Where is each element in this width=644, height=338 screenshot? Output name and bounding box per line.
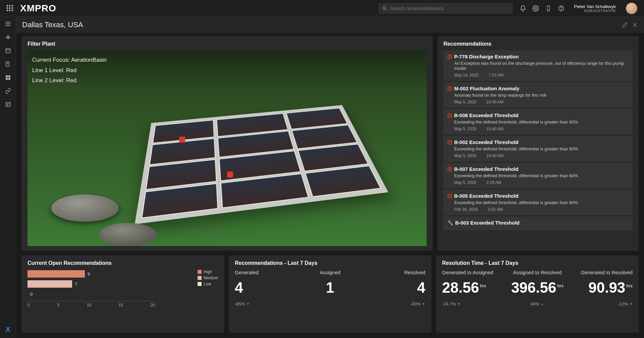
wrench-icon: 🔧	[447, 220, 453, 226]
error-icon: ✕	[447, 140, 452, 145]
recs-last7-title: Recommendations - Last 7 Days	[235, 260, 425, 266]
open-recs-chart: 970 05101520 HighMediumLow	[28, 270, 218, 317]
chart-legend: HighMediumLow	[198, 270, 218, 288]
bar-row: 9	[28, 270, 218, 278]
brand-logo: XMPRO	[20, 3, 56, 14]
add-icon[interactable]	[4, 34, 12, 41]
legend-item: Low	[198, 282, 218, 286]
sidebar: X	[0, 17, 16, 338]
mobile-icon[interactable]	[545, 5, 552, 12]
link-icon[interactable]	[4, 87, 12, 95]
rec-desc: An Exception was found on the discharge …	[454, 61, 629, 71]
recommendations-panel: Recommendations ✕P-778 Discharge Excepti…	[437, 36, 639, 251]
rec-title-text: B-007 Exceeded Threshold	[454, 166, 519, 172]
nav-item-5-icon[interactable]	[4, 101, 12, 108]
stat-gen-to-resolved: Generated to Resolved 90.93hrs -12%▼	[578, 270, 633, 306]
rec-meta: May 5, 202010:40 AM	[454, 153, 629, 158]
nav-item-1-icon[interactable]	[4, 47, 12, 54]
svg-point-4	[561, 9, 561, 10]
error-icon: ✕	[447, 86, 452, 91]
rec-desc: Exceeding the defined threshold, differe…	[454, 146, 629, 151]
edit-icon[interactable]	[622, 22, 628, 28]
bar-row: 7	[28, 280, 218, 288]
plant-3d-view[interactable]: Current Focus: AerationBasin Line 1 Leve…	[28, 50, 427, 246]
menu-icon[interactable]	[4, 20, 12, 28]
rec-meta: Feb 28, 20203:32 AM	[454, 207, 629, 212]
svg-rect-10	[6, 49, 10, 53]
resolution-panel: Resolution Time - Last 7 Days Generated …	[436, 255, 639, 333]
user-name: Pieter Van Schalkwyk	[574, 4, 616, 9]
recommendations-title: Recommendations	[443, 41, 633, 47]
page-title: Dallas Texas, USA	[22, 20, 83, 29]
svg-rect-12	[6, 62, 9, 66]
open-recs-panel: Current Open Recommendations 970 0510152…	[21, 255, 224, 333]
svg-rect-17	[6, 78, 8, 80]
stat-generated: Generated 4 -85%▼	[235, 270, 289, 306]
rec-title-text: B-008 Exceeded Threshold	[454, 112, 519, 118]
help-icon[interactable]	[558, 5, 565, 12]
search-box[interactable]	[379, 3, 513, 14]
bar-label: 9	[88, 272, 90, 277]
rec-meta: May 5, 20202:28 AM	[454, 180, 629, 185]
nav-item-3-icon[interactable]	[4, 74, 12, 81]
bottom-row: Current Open Recommendations 970 0510152…	[21, 255, 639, 333]
recommendation-item[interactable]: ✕M-002 Fluctuation AnomalyAnomaly found …	[443, 82, 633, 108]
recommendation-item[interactable]: ✕P-778 Discharge ExceptionAn Exception w…	[443, 50, 633, 81]
rec-title-text: B-005 Exceeded Threshold	[454, 193, 519, 199]
error-icon: ✕	[447, 194, 452, 198]
recommendation-item[interactable]: 🔧B-003 Exceeded Threshold	[443, 216, 633, 230]
rec-meta: May 5, 202010:40 AM	[454, 100, 629, 104]
stat-assigned: Assigned 1	[303, 270, 358, 306]
bar	[28, 280, 72, 288]
gear-icon[interactable]	[532, 5, 539, 12]
recommendation-item[interactable]: ✕B-008 Exceeded ThresholdExceeding the d…	[443, 109, 633, 135]
close-icon[interactable]	[632, 22, 638, 28]
rec-desc: Anomaly found on the amp readings for th…	[454, 93, 629, 98]
brand-x-icon: X	[5, 325, 10, 334]
bell-icon[interactable]	[520, 5, 526, 12]
svg-rect-18	[8, 78, 10, 80]
plant-overlay: Current Focus: AerationBasin Line 1 Leve…	[32, 55, 107, 86]
titlebar: Dallas Texas, USA	[16, 17, 644, 33]
error-icon: ✕	[447, 167, 452, 172]
recommendations-list: ✕P-778 Discharge ExceptionAn Exception w…	[443, 50, 633, 246]
bar-row: 0	[28, 290, 218, 298]
rec-meta: May 5, 202010:40 AM	[454, 127, 629, 131]
topbar-actions: Pieter Van Schalkwyk ADMINISTRATOR	[520, 3, 637, 14]
legend-item: Medium	[198, 276, 218, 280]
recommendation-item[interactable]: ✕B-005 Exceeded ThresholdExceeding the d…	[443, 190, 633, 215]
bar-label: 7	[75, 282, 77, 287]
search-input[interactable]	[390, 6, 509, 11]
x-axis: 05101520	[28, 301, 155, 307]
rec-title-text: P-778 Discharge Exception	[454, 54, 519, 59]
filter-plant-title: Filter Plant	[28, 41, 427, 47]
stat-resolved: Resolved 4 -83%▼	[371, 270, 425, 306]
rec-desc: Exceeding the defined threshold, differe…	[454, 200, 629, 205]
recommendation-item[interactable]: ✕B-002 Exceeded ThresholdExceeding the d…	[443, 136, 633, 161]
rec-title-text: B-003 Exceeded Threshold	[455, 220, 520, 226]
recommendation-item[interactable]: ✕B-007 Exceeded ThresholdExceeding the d…	[443, 163, 633, 188]
search-icon	[382, 6, 387, 11]
marker-1[interactable]	[179, 137, 185, 143]
bar	[28, 270, 85, 278]
rec-title-text: M-002 Fluctuation Anomaly	[454, 86, 519, 91]
tank-1	[48, 195, 122, 222]
tank-2	[97, 223, 159, 246]
user-role: ADMINISTRATOR	[584, 9, 616, 13]
rec-desc: Exceeding the defined threshold, differe…	[454, 119, 629, 125]
svg-rect-15	[6, 75, 8, 77]
legend-item: High	[198, 270, 218, 274]
apps-grid-icon[interactable]	[7, 5, 13, 12]
nav-item-2-icon[interactable]	[4, 60, 12, 68]
error-icon: ✕	[447, 54, 452, 59]
rec-meta: May 14, 20207:23 AM	[454, 73, 629, 78]
rec-desc: Exceeding the defined threshold, differe…	[454, 173, 629, 178]
avatar[interactable]	[626, 3, 637, 14]
plant-structure	[135, 105, 388, 225]
filter-plant-panel: Filter Plant Current Focus: AerationBasi…	[21, 36, 433, 251]
stat-gen-to-assigned: Generated to Assigned 28.56hrs -24.7%▼	[442, 270, 497, 306]
svg-rect-16	[8, 75, 10, 77]
rec-title-text: B-002 Exceeded Threshold	[454, 139, 519, 145]
marker-2[interactable]	[227, 172, 233, 178]
user-block[interactable]: Pieter Van Schalkwyk ADMINISTRATOR	[574, 4, 616, 13]
